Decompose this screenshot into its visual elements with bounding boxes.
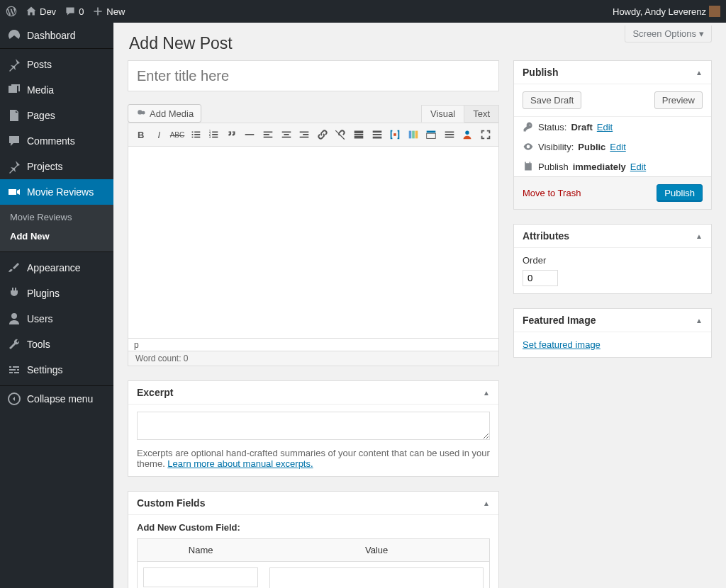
publish-box: Publish ▲ Save Draft Preview Status: Dra… bbox=[513, 60, 712, 210]
edit-status-link[interactable]: Edit bbox=[597, 122, 613, 132]
sidebar-item-plugins[interactable]: Plugins bbox=[0, 281, 113, 306]
edit-schedule-link[interactable]: Edit bbox=[630, 162, 646, 172]
wp-logo[interactable] bbox=[6, 6, 17, 17]
edit-visibility-link[interactable]: Edit bbox=[610, 142, 625, 152]
link-button[interactable] bbox=[314, 126, 331, 143]
status-value: Draft bbox=[571, 122, 592, 132]
toggle-icon[interactable]: ▲ bbox=[483, 499, 490, 507]
cf-name-input[interactable] bbox=[143, 567, 258, 587]
sidebar-item-dashboard[interactable]: Dashboard bbox=[0, 23, 113, 48]
editor: B I ABC 123 bbox=[128, 123, 499, 366]
cf-name-header: Name bbox=[138, 539, 264, 562]
sidebar-item-tools[interactable]: Tools bbox=[0, 332, 113, 357]
italic-button[interactable]: I bbox=[151, 126, 168, 143]
add-media-button[interactable]: Add Media bbox=[128, 104, 201, 123]
sidebar-item-media[interactable]: Media bbox=[0, 77, 113, 103]
calendar-icon bbox=[523, 161, 534, 172]
cf-value-textarea[interactable] bbox=[269, 567, 484, 588]
shortcode-button[interactable] bbox=[386, 126, 403, 143]
align-right-button[interactable] bbox=[296, 126, 313, 143]
bullet-list-button[interactable] bbox=[187, 126, 204, 143]
post-title-input[interactable] bbox=[128, 60, 499, 91]
preview-button[interactable]: Preview bbox=[654, 91, 703, 109]
add-new-cf-label: Add New Custom Field: bbox=[137, 522, 240, 533]
toggle-icon[interactable]: ▲ bbox=[696, 69, 703, 77]
new-link[interactable]: New bbox=[92, 6, 125, 17]
tab-visual[interactable]: Visual bbox=[421, 105, 464, 123]
eye-icon bbox=[523, 141, 534, 152]
tab-text[interactable]: Text bbox=[464, 105, 499, 123]
plus-icon bbox=[92, 6, 104, 17]
schedule-label: Publish bbox=[538, 162, 569, 172]
comments-link[interactable]: 0 bbox=[65, 6, 84, 17]
hr-button[interactable] bbox=[242, 126, 259, 143]
submenu-item-add-new[interactable]: Add New bbox=[0, 227, 113, 246]
align-left-button[interactable] bbox=[259, 126, 277, 143]
set-featured-image-link[interactable]: Set featured image bbox=[523, 339, 601, 350]
sidebar-item-label: Comments bbox=[27, 135, 75, 147]
site-link[interactable]: Dev bbox=[26, 6, 56, 17]
home-icon bbox=[26, 6, 37, 17]
save-draft-button[interactable]: Save Draft bbox=[523, 91, 581, 109]
sidebar-item-appearance[interactable]: Appearance bbox=[0, 255, 113, 281]
excerpt-textarea[interactable] bbox=[137, 412, 490, 440]
toggle-icon[interactable]: ▲ bbox=[483, 389, 490, 397]
content-wrap: Screen Options ▾ Add New Post Add Media … bbox=[113, 0, 726, 588]
columns-button[interactable] bbox=[405, 126, 422, 143]
publish-button[interactable]: Publish bbox=[657, 184, 703, 202]
sidebar-item-label: Movie Reviews bbox=[27, 186, 94, 198]
svg-rect-9 bbox=[427, 133, 436, 138]
collapse-menu[interactable]: Collapse menu bbox=[0, 385, 113, 412]
format-button[interactable] bbox=[441, 126, 458, 143]
fullscreen-button[interactable] bbox=[477, 126, 494, 143]
toggle-icon[interactable]: ▲ bbox=[696, 317, 703, 324]
media-icon bbox=[135, 108, 147, 119]
sidebar-item-label: Pages bbox=[27, 110, 55, 121]
collapse-icon bbox=[7, 392, 21, 406]
sidebar-submenu: Movie Reviews Add New bbox=[0, 205, 113, 251]
sidebar-item-label: Plugins bbox=[27, 288, 60, 299]
excerpt-help-link[interactable]: Learn more about manual excerpts. bbox=[167, 458, 313, 469]
svg-rect-5 bbox=[408, 131, 411, 139]
collapse-label: Collapse menu bbox=[27, 393, 93, 405]
bold-button[interactable]: B bbox=[133, 126, 150, 143]
toolbar-toggle-button[interactable] bbox=[369, 126, 386, 143]
sidebar-item-pages[interactable]: Pages bbox=[0, 103, 113, 128]
pin-icon bbox=[7, 57, 21, 72]
svg-rect-8 bbox=[427, 131, 436, 133]
screen-options-label: Screen Options bbox=[632, 28, 696, 39]
custom-fields-title: Custom Fields bbox=[137, 497, 205, 509]
admin-sidebar: Dashboard Posts Media Pages Comments Pro… bbox=[0, 23, 113, 588]
number-list-button[interactable]: 123 bbox=[205, 126, 222, 143]
schedule-value: immediately bbox=[573, 162, 626, 172]
table-button[interactable] bbox=[423, 126, 440, 143]
blockquote-button[interactable] bbox=[223, 126, 240, 143]
editor-tabs: Visual Text bbox=[421, 105, 499, 123]
editor-content[interactable] bbox=[128, 147, 498, 338]
insert-more-button[interactable] bbox=[350, 126, 367, 143]
user-button[interactable] bbox=[459, 126, 476, 143]
svg-rect-7 bbox=[415, 131, 418, 139]
toggle-icon[interactable]: ▲ bbox=[696, 232, 703, 240]
strikethrough-button[interactable]: ABC bbox=[169, 126, 186, 143]
submenu-item-all[interactable]: Movie Reviews bbox=[0, 208, 113, 227]
sidebar-item-settings[interactable]: Settings bbox=[0, 357, 113, 383]
sidebar-item-projects[interactable]: Projects bbox=[0, 154, 113, 179]
publish-title: Publish bbox=[523, 67, 559, 78]
cf-value-header: Value bbox=[264, 539, 489, 562]
order-input[interactable] bbox=[523, 270, 558, 286]
sidebar-item-users[interactable]: Users bbox=[0, 306, 113, 332]
status-row: Status: Draft Edit bbox=[514, 117, 711, 137]
sidebar-item-movie-reviews[interactable]: Movie Reviews bbox=[0, 179, 113, 205]
unlink-button[interactable] bbox=[333, 126, 350, 143]
sidebar-item-posts[interactable]: Posts bbox=[0, 52, 113, 77]
sidebar-item-comments[interactable]: Comments bbox=[0, 128, 113, 154]
svg-point-10 bbox=[466, 131, 469, 135]
move-to-trash-link[interactable]: Move to Trash bbox=[523, 188, 581, 198]
screen-options-button[interactable]: Screen Options ▾ bbox=[625, 26, 712, 43]
account-link[interactable]: Howdy, Andy Leverenz bbox=[613, 6, 720, 17]
user-icon bbox=[7, 312, 21, 326]
brush-icon bbox=[7, 261, 21, 275]
status-label: Status: bbox=[538, 122, 566, 132]
align-center-button[interactable] bbox=[278, 126, 295, 143]
